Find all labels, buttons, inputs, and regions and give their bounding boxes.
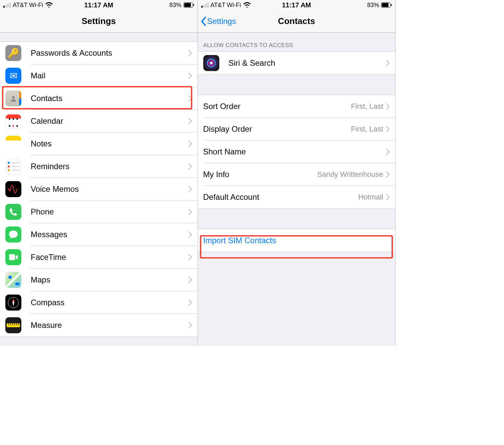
settings-screen: AT&T Wi-Fi 11:17 AM 83% Settings 🔑 Passw… [0, 0, 198, 346]
row-phone[interactable]: Phone [0, 200, 198, 223]
chevron-right-icon [386, 194, 390, 200]
row-label: My Info [203, 170, 317, 179]
row-value: First, Last [351, 125, 383, 133]
svg-point-3 [12, 96, 15, 99]
row-contacts[interactable]: Contacts [0, 87, 198, 110]
row-label: Mail [31, 71, 188, 80]
section-header-allow-access: ALLOW CONTACTS TO ACCESS [198, 33, 396, 51]
battery-percentage: 83% [169, 2, 181, 9]
compass-icon [5, 295, 21, 311]
chevron-right-icon [386, 60, 390, 66]
row-label: Default Account [203, 192, 358, 202]
contacts-settings-screen: AT&T Wi-Fi 11:17 AM 83% Settings Contact… [198, 0, 396, 346]
phone-icon [5, 204, 21, 220]
row-calendar[interactable]: • • •• • • Calendar [0, 110, 198, 132]
facetime-icon [5, 249, 21, 265]
voicememos-icon [5, 181, 21, 197]
wifi-icon [243, 2, 251, 8]
chevron-right-icon [386, 126, 390, 132]
chevron-right-icon [188, 118, 192, 124]
row-label: Maps [31, 275, 188, 285]
chevron-right-icon [386, 148, 390, 155]
row-messages[interactable]: Messages [0, 223, 198, 246]
row-label: Notes [31, 139, 188, 148]
row-siri-search[interactable]: Siri & Search [198, 52, 396, 74]
svg-rect-1 [184, 3, 191, 7]
maps-icon [5, 272, 21, 288]
row-label: Messages [31, 230, 188, 239]
row-value: Hotmail [358, 193, 383, 201]
row-sort-order[interactable]: Sort Order First, Last [198, 95, 396, 118]
nav-bar: Settings Contacts [198, 10, 396, 33]
row-value: First, Last [351, 102, 383, 111]
battery-percentage: 83% [367, 2, 379, 9]
settings-list[interactable]: 🔑 Passwords & Accounts ✉︎ Mail Contacts [0, 33, 198, 346]
row-label: FaceTime [31, 253, 188, 262]
measure-icon [5, 317, 21, 333]
row-label: Phone [31, 207, 188, 216]
row-passwords-accounts[interactable]: 🔑 Passwords & Accounts [0, 42, 198, 64]
messages-icon [5, 227, 21, 243]
row-label: Compass [31, 298, 188, 307]
reminders-icon [5, 158, 21, 174]
contacts-icon [5, 90, 21, 106]
row-label: Calendar [31, 116, 188, 126]
chevron-right-icon [188, 208, 192, 215]
row-compass[interactable]: Compass [0, 291, 198, 314]
svg-rect-6 [15, 283, 19, 285]
chevron-right-icon [188, 231, 192, 238]
row-label: Siri & Search [229, 58, 386, 68]
carrier-label: AT&T Wi-Fi [211, 2, 241, 9]
row-label: Sort Order [203, 102, 351, 111]
carrier-label: AT&T Wi-Fi [13, 2, 43, 9]
import-sim-contacts-button[interactable]: Import SIM Contacts [198, 229, 396, 252]
row-maps[interactable]: Maps [0, 269, 198, 291]
cellular-signal-icon [201, 3, 209, 8]
status-bar: AT&T Wi-Fi 11:17 AM 83% [0, 0, 198, 10]
row-value: Sandy Writtenhouse [317, 170, 383, 179]
button-label: Import SIM Contacts [203, 236, 276, 245]
notes-icon [5, 136, 21, 152]
chevron-right-icon [188, 299, 192, 306]
chevron-right-icon [188, 163, 192, 170]
chevron-right-icon [386, 103, 390, 110]
row-mail[interactable]: ✉︎ Mail [0, 64, 198, 87]
status-bar: AT&T Wi-Fi 11:17 AM 83% [198, 0, 396, 10]
wifi-icon [45, 2, 53, 8]
status-time: 11:17 AM [265, 1, 328, 9]
cellular-signal-icon [3, 3, 11, 8]
row-display-order[interactable]: Display Order First, Last [198, 118, 396, 140]
chevron-right-icon [188, 50, 192, 56]
row-short-name[interactable]: Short Name [198, 140, 396, 163]
nav-bar: Settings [0, 10, 198, 33]
contacts-settings-list[interactable]: ALLOW CONTACTS TO ACCESS Siri & Search S… [198, 33, 396, 346]
row-label: Contacts [31, 94, 188, 103]
svg-rect-17 [391, 4, 392, 6]
row-default-account[interactable]: Default Account Hotmail [198, 186, 396, 208]
row-label: Display Order [203, 124, 351, 134]
svg-rect-4 [9, 254, 15, 260]
row-my-info[interactable]: My Info Sandy Writtenhouse [198, 163, 396, 186]
chevron-right-icon [188, 95, 192, 102]
status-time: 11:17 AM [67, 1, 131, 9]
row-voice-memos[interactable]: Voice Memos [0, 178, 198, 200]
battery-icon [184, 2, 194, 8]
chevron-left-icon [201, 16, 207, 26]
row-notes[interactable]: Notes [0, 132, 198, 155]
svg-point-5 [8, 276, 12, 279]
page-title: Settings [0, 16, 198, 26]
row-label: Measure [31, 321, 188, 330]
row-label: Short Name [203, 147, 384, 156]
chevron-right-icon [188, 186, 192, 192]
row-measure[interactable]: Measure [0, 314, 198, 337]
svg-point-20 [210, 62, 213, 64]
back-button[interactable]: Settings [198, 10, 236, 32]
chevron-right-icon [188, 140, 192, 147]
svg-rect-2 [193, 4, 194, 6]
back-label: Settings [207, 17, 236, 26]
key-icon: 🔑 [5, 45, 21, 61]
chevron-right-icon [188, 254, 192, 261]
row-reminders[interactable]: Reminders [0, 155, 198, 178]
row-label: Passwords & Accounts [31, 48, 188, 58]
row-facetime[interactable]: FaceTime [0, 246, 198, 269]
